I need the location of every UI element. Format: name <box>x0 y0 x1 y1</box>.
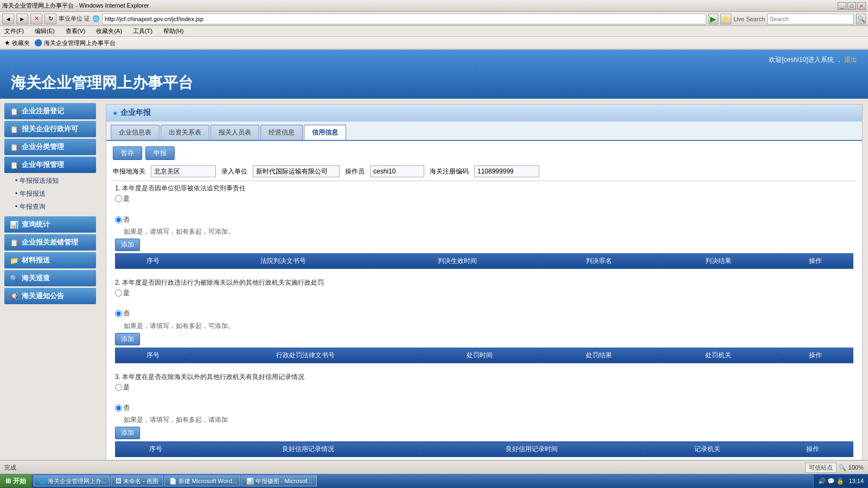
section3-radio-yes[interactable]: 是 <box>115 382 853 393</box>
back-btn[interactable]: ◄ <box>2 14 14 24</box>
taskbar-item-1[interactable]: 🖼 未命名 - 画图 <box>111 476 163 486</box>
sidebar-item-notice[interactable]: 📢 海关通知公告 <box>4 288 96 304</box>
page-header: 海关企业管理网上办事平台 欢迎[ceshi10]进入系统 ， 退出 <box>0 50 868 99</box>
sidebar-item-materials[interactable]: 📁 材料报送 <box>4 252 96 268</box>
taskbar-items: 🌐 海关企业管理网上办... 🖼 未命名 - 画图 📄 新建 Microsoft… <box>31 476 813 486</box>
search-input[interactable] <box>767 14 854 24</box>
refresh-btn[interactable]: ↻ <box>44 14 56 24</box>
section2-table: 序号 行政处罚法律文书号 处罚时间 处罚结果 处罚机关 操作 <box>115 348 853 363</box>
page-icon: 🔵 <box>34 39 42 47</box>
section2-radio-yes[interactable]: 是 <box>115 288 853 298</box>
s2-col-action: 操作 <box>778 348 853 363</box>
status-right: 可信站点 🔍 100% <box>805 463 864 473</box>
browser-menu: 文件(F) 编辑(E) 查看(V) 收藏夹(A) 工具(T) 帮助(H) <box>0 26 868 37</box>
recorder-input[interactable] <box>253 165 340 177</box>
sidebar-item-customs-permit[interactable]: 📋 报关企业行政许可 <box>4 121 96 137</box>
stats-icon: 📊 <box>10 221 18 229</box>
stats-label: 查询统计 <box>22 220 50 229</box>
section3-radio-no[interactable]: 否 <box>115 403 853 413</box>
section2-radio-no[interactable]: 否 <box>115 309 853 319</box>
save-button[interactable]: 暂存 <box>113 146 142 160</box>
col-verdict: 判决结果 <box>659 253 778 268</box>
sidebar-item-error-management[interactable]: 📋 企业报关差错管理 <box>4 234 96 251</box>
sidebar-subitem-submit[interactable]: 年报报送 <box>4 188 96 200</box>
col-seq: 序号 <box>116 253 191 268</box>
search-go-btn[interactable]: 🔍 <box>856 14 866 24</box>
taskbar-item-3[interactable]: 📊 年报徽图 - Microsof... <box>241 476 317 486</box>
col-action1: 操作 <box>778 253 853 268</box>
browser-toolbar: ◄ ► ✕ ↻ 事业单位 证 🌐 ▶ ⭐ Live Search 🔍 <box>0 12 868 26</box>
sidebar-item-annual-report[interactable]: 📋 企业年报管理 <box>4 157 96 173</box>
col-effective-date: 判决生效时间 <box>376 253 539 268</box>
sidebar-item-statistics[interactable]: 📊 查询统计 <box>4 216 96 233</box>
tab-operations[interactable]: 经营信息 <box>260 125 303 140</box>
s2-col-admin-doc: 行政处罚法律文书号 <box>190 348 420 363</box>
inspect-icon: 🔍 <box>10 274 18 282</box>
taskbar-item-2[interactable]: 📄 新建 Microsoft Word... <box>164 476 240 486</box>
stop-btn[interactable]: ✕ <box>30 14 42 24</box>
sidebar-subitem-notice[interactable]: 年报报送须知 <box>4 175 96 187</box>
col-court-doc: 法院判决文书号 <box>190 253 376 268</box>
customs-code-input[interactable] <box>474 165 539 177</box>
section2-add-btn[interactable]: 添加 <box>115 333 140 345</box>
fav-label-text: 收藏夹 <box>12 39 30 47</box>
url-icon: 🌐 <box>92 15 100 22</box>
notice-label: 海关通知公告 <box>22 291 64 301</box>
section3-add-btn[interactable]: 添加 <box>115 427 140 439</box>
taskbar-item-0[interactable]: 🌐 海关企业管理网上办... <box>34 476 110 486</box>
section3-question: 3. 本年度在是否在除海关以外的其他行政机关有良好信用记录情况 是 否 <box>115 372 853 414</box>
panel-title-bar: ● 企业年报 <box>106 105 862 121</box>
s3-col-record-org: 记录机关 <box>643 442 772 457</box>
section3-table: 序号 良好信用记录情况 良好信用记录时间 记录机关 操作 <box>115 441 853 457</box>
menu-edit[interactable]: 编辑(E) <box>33 27 57 35</box>
recorder-label: 录入单位 <box>221 167 247 176</box>
ie-icon: 🌐 <box>39 478 46 485</box>
taskbar-tray: 🔊 💬 🔒 13:14 <box>813 474 868 487</box>
s3-col-credit-time: 良好信用记录时间 <box>420 442 643 457</box>
forward-btn[interactable]: ► <box>16 14 28 24</box>
tab-company-info[interactable]: 企业信息表 <box>111 125 159 140</box>
tab-credit[interactable]: 信用信息 <box>304 125 346 140</box>
tab-investment[interactable]: 出资关系表 <box>161 125 209 140</box>
s3-col-seq: 序号 <box>116 442 196 457</box>
live-search-icon: ⭐ <box>720 14 731 24</box>
declare-customs-input[interactable] <box>151 165 216 177</box>
s2-col-punish-org: 处罚机关 <box>659 348 778 363</box>
sidebar-subitem-query[interactable]: 年报查询 <box>4 201 96 213</box>
submit-button[interactable]: 申报 <box>145 146 175 160</box>
tab-personnel[interactable]: 报关人员表 <box>210 125 259 140</box>
status-bar: 完成 可信站点 🔍 100% <box>0 460 868 474</box>
start-button[interactable]: ⊞ 开始 <box>0 474 31 487</box>
logout-link[interactable]: 退出 <box>844 56 857 63</box>
section1-add-btn[interactable]: 添加 <box>115 239 140 251</box>
sidebar-item-inspection[interactable]: 🔍 海关巡查 <box>4 270 96 286</box>
annual-label: 企业年报管理 <box>22 160 64 170</box>
error-icon: 📋 <box>10 239 18 247</box>
sidebar-item-classification[interactable]: 📋 企业分类管理 <box>4 139 96 155</box>
section1-radio-no[interactable]: 否 <box>115 215 853 225</box>
section1-table: 序号 法院判决文书号 判决生效时间 判决罪名 判决结果 操作 <box>115 253 853 269</box>
fav-label[interactable]: ★ 收藏夹 <box>4 39 30 47</box>
menu-help[interactable]: 帮助(H) <box>161 27 186 35</box>
restore-btn[interactable]: □ <box>847 2 856 10</box>
menu-file[interactable]: 文件(F) <box>2 27 26 35</box>
sidebar-item-register[interactable]: 📋 企业注册登记 <box>4 103 96 119</box>
sidebar: 📋 企业注册登记 📋 报关企业行政许可 📋 企业分类管理 📋 企业年报管理 年报… <box>0 99 100 460</box>
go-btn[interactable]: ▶ <box>709 14 718 24</box>
header-right: 欢迎[ceshi10]进入系统 ， 退出 <box>769 55 857 65</box>
col-crime-name: 判决罪名 <box>539 253 659 268</box>
fav-site[interactable]: 🔵 海关企业管理网上办事平台 <box>34 39 116 47</box>
menu-tools[interactable]: 工具(T) <box>131 27 155 35</box>
address-input[interactable] <box>102 14 706 24</box>
form-buttons: 暂存 申报 <box>113 146 856 160</box>
section1-radio-yes[interactable]: 是 <box>115 194 853 204</box>
operator-input[interactable] <box>370 165 424 177</box>
menu-favorites[interactable]: 收藏夹(A) <box>94 27 124 35</box>
browser-title: 海关企业管理网上办事平台 - Windows Internet Explorer <box>2 2 149 10</box>
favorites-bar: ★ 收藏夹 🔵 海关企业管理网上办事平台 <box>0 37 868 50</box>
minimize-btn[interactable]: _ <box>838 2 846 10</box>
content-area: ● 企业年报 企业信息表 出资关系表 报关人员表 经营信息 信用信息 暂存 申报 <box>100 99 868 460</box>
content-panel: ● 企业年报 企业信息表 出资关系表 报关人员表 经营信息 信用信息 暂存 申报 <box>106 104 863 460</box>
menu-view[interactable]: 查看(V) <box>63 27 88 35</box>
close-btn[interactable]: ✕ <box>857 2 866 10</box>
